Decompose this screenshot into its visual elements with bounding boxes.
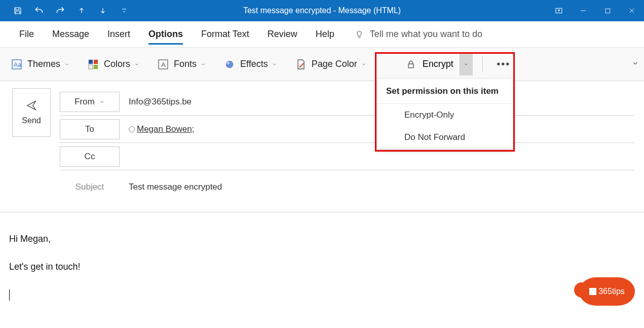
previous-item-icon[interactable] <box>71 0 92 21</box>
svg-rect-4 <box>89 59 93 63</box>
svg-rect-6 <box>89 64 93 68</box>
encrypt-dropdown-menu: Set permission on this item Encrypt-Only… <box>377 79 513 149</box>
chevron-down-icon <box>99 99 105 105</box>
page-color-button[interactable]: Page Color <box>290 54 370 75</box>
chevron-down-icon <box>272 62 277 67</box>
tell-me-placeholder: Tell me what you want to do <box>370 29 482 40</box>
body-line: Hi Megan, <box>9 232 632 246</box>
effects-label: Effects <box>240 59 268 69</box>
tab-file[interactable]: File <box>10 21 43 48</box>
ribbon-tabs: File Message Insert Options Format Text … <box>0 21 644 48</box>
themes-icon: Aa <box>10 58 23 71</box>
svg-rect-1 <box>605 9 610 13</box>
encrypt-label: Encrypt <box>423 59 453 69</box>
cc-label: Cc <box>85 152 95 162</box>
svg-rect-5 <box>94 59 98 63</box>
chevron-down-icon <box>64 62 69 67</box>
colors-button[interactable]: Colors <box>83 54 143 75</box>
ribbon: Aa Themes Colors A Fonts Effects Page Co… <box>0 48 644 81</box>
presence-indicator-icon <box>129 126 135 132</box>
svg-rect-7 <box>94 64 98 68</box>
svg-text:Aa: Aa <box>14 61 21 68</box>
cc-button[interactable]: Cc <box>60 147 120 167</box>
fonts-icon: A <box>157 58 170 71</box>
page-color-label: Page Color <box>312 59 357 69</box>
send-button[interactable]: Send <box>12 88 51 137</box>
tab-format-text[interactable]: Format Text <box>192 21 258 48</box>
chevron-down-icon <box>134 62 139 67</box>
colors-label: Colors <box>104 59 130 69</box>
collapse-ribbon-icon[interactable] <box>632 60 639 69</box>
more-options-button[interactable]: ••• <box>492 53 515 76</box>
tell-me-search[interactable]: Tell me what you want to do <box>355 29 482 40</box>
from-row: From Info@365tips.be <box>60 88 634 116</box>
tab-options[interactable]: Options <box>139 21 192 48</box>
next-item-icon[interactable] <box>92 0 113 21</box>
to-label: To <box>85 124 94 134</box>
office-icon <box>589 288 596 295</box>
ribbon-display-options-icon[interactable] <box>547 0 571 21</box>
page-color-icon <box>294 58 308 71</box>
encrypt-button[interactable]: Encrypt <box>398 53 460 76</box>
watermark-text: 365tips <box>598 287 625 296</box>
colors-icon <box>87 58 100 71</box>
cc-row: Cc <box>60 143 634 170</box>
watermark-logo: 365tips <box>579 277 635 306</box>
fonts-button[interactable]: A Fonts <box>153 54 210 75</box>
body-divider <box>0 212 644 212</box>
dropdown-item-encrypt-only[interactable]: Encrypt-Only <box>377 104 513 126</box>
redo-icon[interactable] <box>50 0 71 21</box>
tab-review[interactable]: Review <box>258 21 307 48</box>
subject-label: Subject <box>60 182 120 192</box>
from-button[interactable]: From <box>60 92 120 112</box>
themes-button[interactable]: Aa Themes <box>6 54 73 75</box>
maximize-icon[interactable] <box>595 0 620 21</box>
customize-qat-icon[interactable] <box>113 0 135 21</box>
window-title: Test message encrypted - Message (HTML) <box>243 6 401 15</box>
svg-point-11 <box>227 61 230 64</box>
message-body[interactable]: Hi Megan, Let's get in touch! <box>7 219 634 315</box>
window-controls <box>547 0 644 21</box>
fonts-label: Fonts <box>174 59 197 69</box>
recipient-chip[interactable]: Megan Bowen <box>137 124 192 134</box>
chevron-down-icon <box>361 62 366 67</box>
title-bar: Test message encrypted - Message (HTML) <box>0 0 644 21</box>
effects-button[interactable]: Effects <box>219 54 281 75</box>
svg-text:A: A <box>161 61 166 68</box>
from-label: From <box>74 97 95 107</box>
encrypt-dropdown-toggle[interactable] <box>460 53 473 76</box>
lightbulb-icon <box>355 30 364 39</box>
body-line: Let's get in touch! <box>9 260 632 274</box>
effects-icon <box>223 58 236 71</box>
quick-access-toolbar <box>0 0 135 21</box>
dropdown-item-do-not-forward[interactable]: Do Not Forward <box>377 126 513 149</box>
to-row: To Megan Bowen; <box>60 116 634 143</box>
save-icon[interactable] <box>7 0 28 21</box>
encrypt-split-button: Encrypt <box>398 53 473 76</box>
send-icon <box>24 100 39 111</box>
send-label: Send <box>22 116 41 125</box>
cc-field[interactable] <box>129 154 634 160</box>
to-button[interactable]: To <box>60 119 120 139</box>
minimize-icon[interactable] <box>571 0 595 21</box>
subject-row: Subject Test message encrypted <box>60 170 634 204</box>
tab-help[interactable]: Help <box>307 21 344 48</box>
themes-label: Themes <box>27 59 60 69</box>
svg-rect-12 <box>408 64 413 68</box>
close-icon[interactable] <box>620 0 644 21</box>
ellipsis-icon: ••• <box>497 58 510 70</box>
lock-icon <box>404 58 418 71</box>
undo-icon[interactable] <box>28 0 50 21</box>
svg-point-10 <box>226 60 234 68</box>
chevron-down-icon <box>201 62 206 67</box>
dropdown-header: Set permission on this item <box>377 79 513 104</box>
tab-insert[interactable]: Insert <box>98 21 139 48</box>
compose-area: Send From Info@365tips.be To Megan Bowen… <box>0 81 644 204</box>
tab-message[interactable]: Message <box>43 21 98 48</box>
subject-field[interactable]: Test message encrypted <box>129 179 634 195</box>
text-cursor <box>9 289 10 301</box>
